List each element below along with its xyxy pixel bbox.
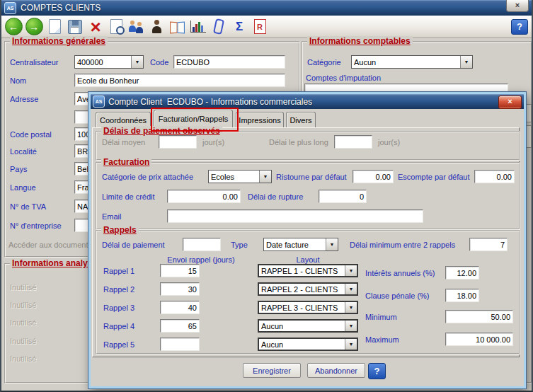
attachments-button[interactable] [210,18,228,36]
dropdown-arrow-icon[interactable]: ▼ [326,238,338,250]
imputation-label: Comptes d'imputation [306,74,381,82]
interets-field[interactable]: 12.00 [445,266,479,279]
interets-label: Intérêts annuels (%) [365,269,435,277]
documents-link[interactable]: Accéder aux documents [8,241,92,249]
minimum-label: Minimum [365,313,397,321]
rappel4-layout-select[interactable]: Aucun ▼ [258,319,358,333]
dropdown-arrow-icon[interactable]: ▼ [345,284,357,294]
forward-icon: → [25,18,43,35]
delai-moyen-field[interactable] [159,135,197,149]
rappel5-days-field[interactable] [160,338,200,351]
tab-impressions[interactable]: Impressions [236,112,284,127]
type-label: Type [231,241,248,249]
rappel1-layout-select[interactable]: RAPPEL 1 - CLIENTS ▼ [258,264,358,277]
forward-button[interactable]: → [25,18,43,36]
save-icon [68,20,82,34]
nom-field[interactable]: Ecole du Bonheur [74,74,285,87]
cancel-button[interactable]: Abandonner [307,363,365,378]
type-value: Date facture [266,241,309,249]
nom-label: Nom [10,76,26,85]
dropdown-arrow-icon[interactable]: ▼ [345,265,357,276]
ristourne-field[interactable]: 0.00 [353,170,394,183]
dropdown-arrow-icon[interactable]: ▼ [460,56,472,68]
rappel1-days-field[interactable]: 15 [160,264,200,277]
tab-coordonnees[interactable]: Coordonnées [96,112,151,127]
entreprise-label: N° d'entreprise [10,221,62,230]
minimum-field[interactable]: 50.00 [445,310,513,323]
dialog-logo-icon: AS [93,96,105,108]
rappel2-label: Rappel 2 [103,285,134,294]
scrollbar-up-button[interactable] [525,104,532,122]
new-document-button[interactable] [45,18,64,36]
rappel3-days-field[interactable]: 40 [160,301,200,314]
escompte-field[interactable]: 0.00 [474,170,515,183]
delai-long-field[interactable] [334,135,372,149]
envoi-header: Envoi rappel (jours) [156,255,246,264]
email-label: Email [102,212,122,221]
code-label: Code [150,58,168,67]
rappel3-layout-select[interactable]: RAPPEL 3 - CLIENTS ▼ [258,301,358,314]
general-info-title: Informations générales [10,36,108,46]
back-button[interactable]: ← [4,18,23,36]
delai-min-field[interactable]: 7 [469,238,508,251]
scrollbar-thumb[interactable] [525,125,532,148]
rappel5-layout-select[interactable]: Aucun ▼ [258,338,358,351]
clause-field[interactable]: 18.00 [445,289,479,302]
pays-label: Pays [10,165,27,173]
dropdown-arrow-icon[interactable]: ▼ [131,56,143,68]
toolbar-help-button[interactable]: ? [511,19,528,35]
statistics-button[interactable] [189,18,207,36]
rappel4-days-field[interactable]: 65 [160,319,200,333]
commercial-info-dialog: AS Compte Client ECDUBO - Informations c… [88,92,526,388]
dropdown-arrow-icon[interactable]: ▼ [345,339,357,350]
rappel2-days-field[interactable]: 30 [160,282,200,296]
contact-button[interactable] [148,18,166,36]
save-button[interactable] [66,18,84,36]
analytic-axis-label: Inutilisé [10,283,36,292]
maximum-field[interactable]: 10 000.00 [445,333,513,346]
app-logo-icon: AS [4,2,16,14]
categorie-select[interactable]: Aucun ▼ [351,55,473,69]
delai-paiement-field[interactable] [183,238,221,251]
totals-button[interactable]: Σ [230,18,248,36]
tab-facturation-rappels[interactable]: Facturation/Rappels [154,110,233,127]
new-document-icon [49,19,61,34]
clients-button[interactable] [127,18,146,36]
dropdown-arrow-icon[interactable]: ▼ [259,171,271,183]
accounting-info-title: Informations comptables [307,36,413,46]
tva-label: N° de TVA [10,202,46,211]
type-select[interactable]: Date facture ▼ [263,238,338,251]
dialog-help-button[interactable]: ? [368,363,386,379]
facturation-title: Facturation [101,157,151,167]
dropdown-arrow-icon[interactable]: ▼ [345,321,357,331]
reports-button[interactable]: R [251,18,269,36]
limite-credit-field[interactable]: 0.00 [167,190,241,203]
analytic-axis-label: Inutilisé [10,337,36,345]
statistics-icon [190,21,206,33]
window-titlebar: AS COMPTES CLIENTS [1,0,532,16]
save-button[interactable]: Enregistrer [243,363,301,378]
window-close-button[interactable]: × [506,0,529,12]
catalog-button[interactable] [168,18,187,36]
categorie-prix-select[interactable]: Ecoles ▼ [208,170,272,183]
ristourne-label: Ristourne par défaut [276,173,347,181]
categorie-value: Aucun [354,58,376,67]
centralisateur-select[interactable]: 400000 ▼ [74,55,144,69]
sigma-icon: Σ [236,20,243,34]
dialog-close-button[interactable]: × [498,96,522,109]
analytic-axis-label: Inutilisé [10,354,36,363]
preview-button[interactable] [107,18,125,36]
rappel2-layout-select[interactable]: RAPPEL 2 - CLIENTS ▼ [258,282,358,296]
email-field[interactable] [167,209,423,223]
rappel5-layout-value: Aucun [261,340,283,349]
categorie-label: Catégorie [307,58,341,67]
dropdown-arrow-icon[interactable]: ▼ [345,302,357,313]
delai-rupture-field[interactable]: 0 [319,190,367,203]
tab-divers[interactable]: Divers [286,112,316,127]
limite-credit-label: Limite de crédit [102,192,155,201]
code-postal-label: Code postal [10,130,52,139]
delete-button[interactable]: × [86,18,105,36]
code-field[interactable]: ECDUBO [173,55,285,69]
delais-title: Délais de paiement observés [101,126,222,136]
rappel5-label: Rappel 5 [103,340,134,349]
